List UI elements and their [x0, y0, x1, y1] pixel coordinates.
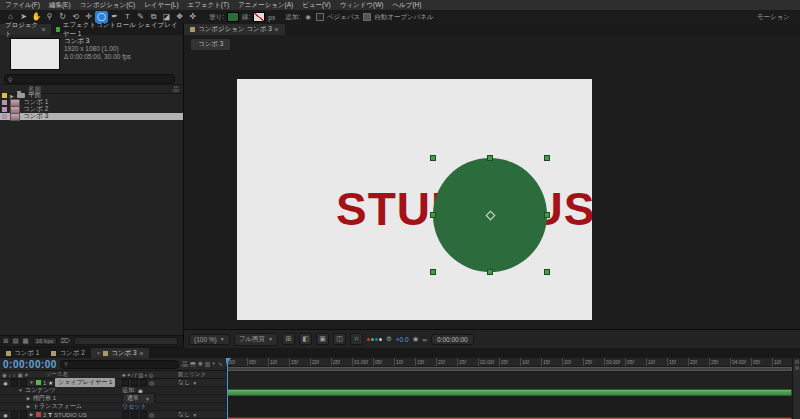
frame-blending-icon[interactable]: ▥: [205, 360, 211, 369]
add-shape-icon[interactable]: ◉: [303, 11, 313, 23]
label-color-swatch[interactable]: [2, 100, 7, 105]
selection-handle-nw[interactable]: [431, 156, 435, 160]
zoom-tool-icon[interactable]: ⚲: [43, 11, 56, 23]
composition-icon: [10, 113, 20, 121]
project-search-input[interactable]: ⚲: [4, 74, 175, 84]
new-folder-icon[interactable]: ▤: [12, 337, 18, 345]
composition-canvas[interactable]: STUDIO US: [237, 79, 592, 320]
selection-handle-sw[interactable]: [431, 270, 435, 274]
parent-link-column[interactable]: 親とリンク: [178, 371, 206, 378]
region-of-interest-icon[interactable]: ▣: [316, 333, 329, 345]
menu-item[interactable]: 編集(E): [49, 1, 71, 10]
grid-guides-icon[interactable]: ⊞: [282, 333, 295, 345]
draft-3d-icon[interactable]: ⬒: [190, 360, 196, 369]
mask-visibility-icon[interactable]: ◧: [299, 333, 312, 345]
camera-wireframe-icon[interactable]: ⌗: [350, 333, 363, 345]
composition-viewer[interactable]: STUDIO US: [184, 50, 800, 330]
puppet-pin-tool-icon[interactable]: ✜: [186, 11, 199, 23]
layer-switches[interactable]: ◎: [122, 379, 154, 386]
exposure-value[interactable]: +0.0: [396, 336, 409, 343]
layer-switches[interactable]: ◎: [122, 411, 154, 418]
label-color-swatch[interactable]: [2, 107, 7, 112]
timeline-tab-comp3[interactable]: × コンポ 3 ≡: [91, 348, 150, 358]
playhead-line[interactable]: [227, 358, 228, 419]
parent-dropdown[interactable]: なし ▼: [178, 378, 197, 387]
menu-item[interactable]: レイヤー(L): [144, 1, 178, 10]
label-color-swatch[interactable]: [2, 93, 7, 98]
tab-composition[interactable]: コンポジション コンポ 3 ≡: [184, 24, 285, 35]
resolution-dropdown[interactable]: フル画質 ▼: [234, 333, 278, 346]
project-row-comp3[interactable]: コンポ 3: [0, 113, 183, 120]
audio-toggle[interactable]: [11, 411, 18, 418]
expander-icon[interactable]: ▼: [29, 380, 34, 385]
solo-toggle[interactable]: [20, 411, 27, 418]
layer-bar-shape[interactable]: [227, 389, 792, 396]
expander-icon[interactable]: ▶: [29, 412, 34, 417]
fill-color-swatch[interactable]: [227, 12, 239, 22]
layer-name[interactable]: STUDIO US: [54, 412, 87, 418]
selection-handle-se[interactable]: [545, 270, 549, 274]
label-color-swatch[interactable]: [36, 412, 41, 417]
graph-editor-icon[interactable]: ∿: [218, 360, 223, 369]
expander-icon[interactable]: ▶: [26, 404, 31, 409]
timeline-tab-comp1[interactable]: コンポ 1: [0, 348, 45, 358]
menu-item[interactable]: ウィンドウ(W): [340, 1, 384, 10]
eye-icon[interactable]: ◉: [2, 380, 9, 386]
bezier-path-checkbox[interactable]: [316, 13, 324, 21]
menu-item[interactable]: ファイル(F): [5, 1, 40, 10]
bit-depth-button[interactable]: 16 bpc: [33, 337, 57, 345]
preview-timecode[interactable]: 0:00:00:00: [431, 334, 474, 345]
panel-menu-icon[interactable]: ≡: [275, 26, 279, 33]
workspace-label[interactable]: モーション: [757, 13, 796, 22]
tab-project[interactable]: プロジェクト ≡: [0, 24, 51, 35]
reset-link[interactable]: リセット: [122, 402, 147, 411]
close-icon[interactable]: ×: [97, 350, 101, 356]
expander-icon[interactable]: ▼: [18, 388, 23, 393]
fast-previews-icon[interactable]: ⚙: [386, 335, 392, 343]
label-color-swatch[interactable]: [2, 114, 7, 119]
timeline-tab-comp2[interactable]: コンポ 2: [45, 348, 90, 358]
stroke-color-swatch[interactable]: [253, 12, 265, 22]
selection-handle-n[interactable]: [488, 156, 492, 160]
interpret-footage-icon[interactable]: ⊞: [3, 337, 8, 345]
menu-item[interactable]: アニメーション(A): [238, 1, 293, 10]
work-area-bar[interactable]: [226, 366, 793, 372]
panel-menu-icon[interactable]: ≡: [140, 350, 144, 357]
ruler-tick-label: 15f: [415, 358, 436, 366]
composition-toolbar: (100 %) ▼ フル画質 ▼ ⊞ ◧ ▣ ◫ ⌗ ⚙ +0.0 ◉ ∞ 0:…: [184, 329, 800, 348]
menu-item[interactable]: コンポジション(C): [80, 1, 136, 10]
auto-open-checkbox[interactable]: [363, 13, 371, 21]
menu-item[interactable]: エフェクト(T): [188, 1, 230, 10]
channels-icon[interactable]: [367, 338, 382, 341]
trash-icon[interactable]: ⌦: [61, 337, 70, 345]
menu-item[interactable]: ビュー(V): [302, 1, 330, 10]
timeline-search-input[interactable]: ⚲: [60, 360, 179, 369]
magnification-dropdown[interactable]: (100 %) ▼: [189, 334, 230, 345]
menu-item[interactable]: ヘルプ(H): [392, 1, 421, 10]
snapshot-icon[interactable]: ◉: [413, 335, 419, 343]
solo-toggle[interactable]: [20, 379, 27, 386]
effect-active-icon: [56, 27, 60, 32]
audio-toggle[interactable]: [11, 379, 18, 386]
ruler-tick-label: 20f: [310, 358, 331, 366]
transparency-grid-icon[interactable]: ◫: [333, 333, 346, 345]
new-composition-icon[interactable]: ▦: [23, 337, 29, 345]
mini-flowchart-icon[interactable]: 品: [182, 360, 188, 369]
chevron-down-icon: ▼: [268, 336, 273, 342]
label-color-swatch[interactable]: [36, 380, 41, 385]
selection-handle-s[interactable]: [488, 270, 492, 274]
selection-handle-e[interactable]: [545, 213, 549, 217]
selection-handle-ne[interactable]: [545, 156, 549, 160]
expander-icon[interactable]: ▶: [26, 396, 31, 401]
timeline-graph-area[interactable]: 00f05f10f15f20f25f01:00f05f10f15f20f25f0…: [226, 358, 800, 419]
motion-blur-icon[interactable]: ◐: [212, 360, 216, 369]
source-name-column[interactable]: ソース名: [46, 371, 68, 378]
selection-handle-w[interactable]: [431, 213, 435, 217]
layer-name[interactable]: シェイプレイヤー 1: [55, 378, 115, 387]
eye-icon[interactable]: ◉: [2, 412, 9, 418]
show-snapshot-icon[interactable]: ∞: [422, 336, 427, 343]
hide-shy-icon[interactable]: ❋: [198, 360, 203, 369]
current-timecode[interactable]: 0:00:00:00: [3, 359, 57, 370]
panel-menu-icon[interactable]: ≡: [42, 26, 46, 33]
tab-effect-controls[interactable]: エフェクトコントロール シェイプレイヤー 1: [51, 24, 184, 35]
